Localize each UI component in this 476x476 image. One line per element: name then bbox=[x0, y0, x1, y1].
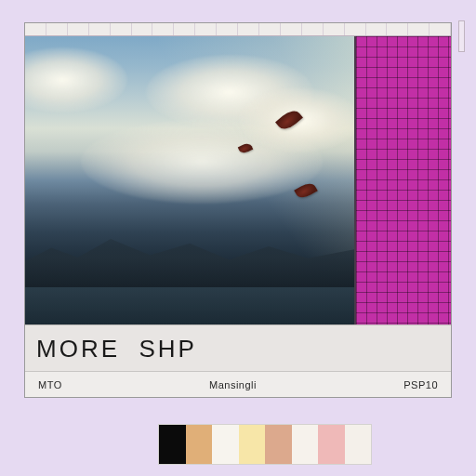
editor-workspace: MORE SHP MTO Mansingli PSP10 bbox=[24, 22, 452, 398]
title-bar: MORE SHP bbox=[25, 324, 451, 373]
swatch[interactable] bbox=[345, 425, 372, 464]
mountain-silhouette bbox=[25, 217, 354, 291]
swatch[interactable] bbox=[212, 425, 239, 464]
footer-center-label: Mansingli bbox=[209, 379, 257, 390]
ruler-horizontal[interactable] bbox=[25, 23, 451, 36]
swatch[interactable] bbox=[318, 425, 345, 464]
color-swatch-strip[interactable] bbox=[158, 424, 372, 465]
canvas-row bbox=[25, 36, 451, 324]
swatch[interactable] bbox=[265, 425, 292, 464]
app-title: MORE SHP bbox=[36, 335, 197, 364]
swatch[interactable] bbox=[186, 425, 213, 464]
cloud bbox=[25, 47, 127, 112]
water-body bbox=[25, 287, 354, 324]
grid-panel[interactable] bbox=[356, 36, 451, 324]
canvas-photo[interactable] bbox=[25, 36, 356, 324]
swatch[interactable] bbox=[239, 425, 266, 464]
footer-right-label: PSP10 bbox=[403, 379, 438, 390]
binder-spine bbox=[458, 20, 465, 52]
swatch[interactable] bbox=[292, 425, 319, 464]
footer-left-label: MTO bbox=[38, 379, 62, 390]
swatch[interactable] bbox=[159, 425, 186, 464]
title-segment-a: MORE bbox=[36, 335, 120, 363]
title-segment-b: SHP bbox=[139, 335, 196, 363]
footer-bar: MTO Mansingli PSP10 bbox=[25, 371, 451, 397]
